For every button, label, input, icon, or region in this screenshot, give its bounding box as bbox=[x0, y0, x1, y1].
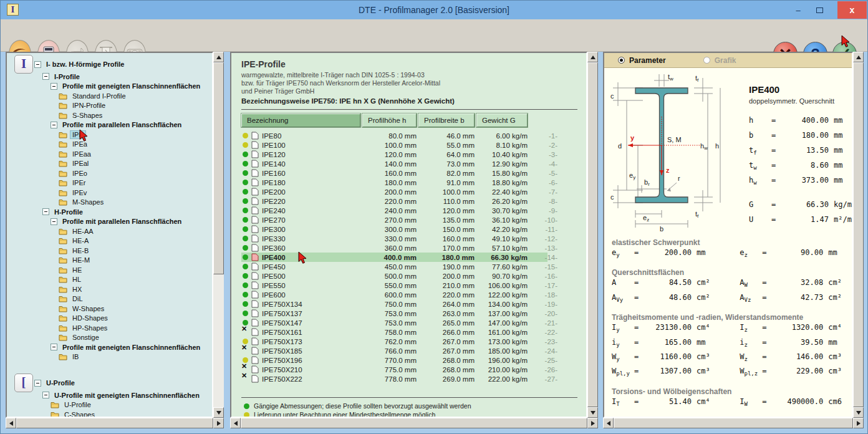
parameter-horizontal-scrollbar[interactable] bbox=[603, 418, 864, 428]
column-header-profilbreite[interactable]: Profilbreite b bbox=[418, 113, 475, 127]
scroll-thumb[interactable] bbox=[853, 62, 864, 407]
profile-row[interactable]: IPE750X173 762.0 mm 267.0 mm 173.00 kg/m… bbox=[241, 337, 577, 346]
tree-item[interactable]: IB bbox=[7, 352, 212, 362]
scroll-up-arrow[interactable] bbox=[587, 52, 598, 62]
profile-row[interactable]: IPE750X161 758.0 mm 266.0 mm 161.00 kg/m… bbox=[241, 327, 577, 337]
profile-row[interactable]: IPE500 500.0 mm 200.0 mm 90.70 kg/m -16- bbox=[241, 271, 577, 281]
scroll-thumb[interactable] bbox=[213, 62, 224, 274]
tree-horizontal-scrollbar[interactable] bbox=[6, 418, 224, 428]
scroll-thumb[interactable] bbox=[587, 62, 598, 407]
tree-item[interactable]: U-Profile mit geneigten Flanschinnenfläc… bbox=[7, 390, 212, 400]
profile-row[interactable]: IPE240 240.0 mm 120.0 mm 30.70 kg/m -9- bbox=[241, 206, 577, 215]
scroll-down-arrow[interactable] bbox=[213, 407, 224, 418]
tree-item[interactable]: IPEa bbox=[7, 140, 212, 150]
tree-item[interactable]: HE-M bbox=[7, 256, 212, 266]
profile-row[interactable]: IPE270 270.0 mm 135.0 mm 36.10 kg/m -10- bbox=[241, 215, 577, 224]
scroll-right-arrow[interactable] bbox=[213, 418, 224, 428]
tree-item[interactable]: Standard I-Profile bbox=[7, 91, 212, 101]
profile-row[interactable]: IPE750X196 770.0 mm 268.0 mm 196.00 kg/m… bbox=[241, 355, 577, 365]
collapse-expander-icon[interactable] bbox=[34, 380, 41, 387]
profile-row[interactable]: IPE140 140.0 mm 73.0 mm 12.90 kg/m -4- bbox=[241, 159, 577, 168]
tree-item[interactable]: [ U-Profile bbox=[7, 375, 212, 390]
tree-item[interactable]: W-Shapes bbox=[7, 304, 212, 314]
profile-row[interactable]: IPE330 330.0 mm 160.0 mm 49.10 kg/m -12- bbox=[241, 234, 577, 243]
column-header-profilhoehe[interactable]: Profilhöhe h bbox=[362, 113, 417, 127]
profile-row[interactable]: IPE120 120.0 mm 64.0 mm 10.40 kg/m -3- bbox=[241, 150, 577, 159]
tree-item[interactable]: IPEr bbox=[7, 178, 212, 188]
profile-row[interactable]: IPE360 360.0 mm 170.0 mm 57.10 kg/m -13- bbox=[241, 243, 577, 253]
collapse-expander-icon[interactable] bbox=[51, 344, 57, 350]
list-vertical-scrollbar[interactable] bbox=[587, 52, 598, 418]
collapse-expander-icon[interactable] bbox=[51, 83, 57, 90]
tree-item[interactable]: IPEal bbox=[7, 159, 212, 169]
profile-row[interactable]: IPE750X222 778.0 mm 269.0 mm 222.00 kg/m… bbox=[241, 374, 577, 383]
profile-row[interactable]: IPE300 300.0 mm 150.0 mm 42.20 kg/m -11- bbox=[241, 224, 577, 234]
tree-item[interactable]: Profile mit parallelen Flanschflächen bbox=[7, 217, 212, 227]
profile-row[interactable]: IPE200 200.0 mm 100.0 mm 22.40 kg/m -7- bbox=[241, 187, 577, 196]
tree-item[interactable]: HE-A bbox=[7, 236, 212, 246]
profile-row[interactable]: IPE750X210 775.0 mm 268.0 mm 210.00 kg/m… bbox=[241, 365, 577, 374]
scroll-left-arrow[interactable] bbox=[603, 418, 614, 428]
tree-item[interactable]: IPEaa bbox=[7, 149, 212, 159]
profile-row[interactable]: IPE750X185 766.0 mm 267.0 mm 185.00 kg/m… bbox=[241, 346, 577, 355]
profile-row[interactable]: IPE750X147 753.0 mm 265.0 mm 147.00 kg/m… bbox=[241, 318, 577, 327]
tree-item[interactable]: HL bbox=[7, 275, 212, 285]
scroll-left-arrow[interactable] bbox=[6, 418, 16, 428]
column-header-gewicht[interactable]: Gewicht G bbox=[476, 113, 528, 127]
tree-item[interactable]: Profile mit geneigten Flanschinnenfläche… bbox=[7, 82, 212, 92]
scroll-thumb[interactable] bbox=[614, 418, 853, 428]
scroll-down-arrow[interactable] bbox=[853, 407, 864, 418]
close-button[interactable]: x bbox=[837, 1, 867, 19]
tree-item[interactable]: HE bbox=[7, 265, 212, 275]
tree-item[interactable]: U-Profile bbox=[7, 400, 212, 410]
collapse-expander-icon[interactable] bbox=[42, 208, 49, 215]
maximize-button[interactable] bbox=[810, 1, 829, 19]
minimize-button[interactable]: – bbox=[789, 1, 808, 19]
list-horizontal-scrollbar[interactable] bbox=[230, 418, 598, 428]
collapse-expander-icon[interactable] bbox=[42, 73, 49, 80]
profile-row[interactable]: IPE400 400.0 mm 180.0 mm 66.30 kg/m -14- bbox=[241, 253, 577, 262]
tree-item[interactable]: M-Shapes bbox=[7, 198, 212, 208]
profile-row[interactable]: IPE750X137 753.0 mm 263.0 mm 137.00 kg/m… bbox=[241, 309, 577, 318]
profile-row[interactable]: IPE750X134 750.0 mm 264.0 mm 134.00 kg/m… bbox=[241, 299, 577, 309]
tree-item[interactable]: C-Shapes bbox=[7, 410, 212, 418]
scroll-thumb[interactable] bbox=[241, 418, 587, 428]
tree-item[interactable]: S-Shapes bbox=[7, 110, 212, 120]
profile-row[interactable]: IPE550 550.0 mm 210.0 mm 106.00 kg/m -17… bbox=[241, 281, 577, 290]
tree-item[interactable]: IPE bbox=[7, 130, 212, 140]
tree-item[interactable]: HE-B bbox=[7, 246, 212, 256]
collapse-expander-icon[interactable] bbox=[51, 122, 57, 128]
tree-item[interactable]: Sonstige bbox=[7, 333, 212, 343]
scroll-up-arrow[interactable] bbox=[213, 52, 224, 62]
tab-parameter-label[interactable]: Parameter bbox=[629, 56, 666, 65]
collapse-expander-icon[interactable] bbox=[34, 61, 41, 68]
column-header-bezeichnung[interactable]: Bezeichnung bbox=[241, 113, 360, 127]
tree-vertical-scrollbar[interactable] bbox=[213, 52, 224, 418]
tree-item[interactable]: DiL bbox=[7, 294, 212, 304]
scroll-left-arrow[interactable] bbox=[230, 418, 241, 428]
profile-row[interactable]: IPE160 160.0 mm 82.0 mm 15.80 kg/m -5- bbox=[241, 168, 577, 178]
profile-row[interactable]: IPE180 180.0 mm 91.0 mm 18.80 kg/m -6- bbox=[241, 178, 577, 187]
tree-item[interactable]: IPEv bbox=[7, 188, 212, 198]
tree-item[interactable]: IPEo bbox=[7, 168, 212, 178]
profile-row[interactable]: IPE450 450.0 mm 190.0 mm 77.60 kg/m -15- bbox=[241, 262, 577, 271]
tree-item[interactable]: HP-Shapes bbox=[7, 323, 212, 333]
parameter-vertical-scrollbar[interactable] bbox=[853, 52, 864, 418]
tree-item[interactable]: H-Profile bbox=[7, 207, 212, 217]
collapse-expander-icon[interactable] bbox=[42, 392, 49, 398]
tree-item[interactable]: I I- bzw. H-förmige Profile bbox=[7, 57, 212, 72]
tree-item[interactable]: HE-AA bbox=[7, 226, 212, 236]
profile-row[interactable]: IPE80 80.0 mm 46.0 mm 6.00 kg/m -1- bbox=[241, 131, 577, 140]
tree-item[interactable]: IPN-Profile bbox=[7, 101, 212, 111]
tree-item[interactable]: Profile mit geneigten Flanschinnenfläche… bbox=[7, 342, 212, 352]
scroll-thumb[interactable] bbox=[16, 418, 213, 428]
profile-row[interactable]: IPE100 100.0 mm 55.0 mm 8.10 kg/m -2- bbox=[241, 140, 577, 150]
tree-item[interactable]: HD-Shapes bbox=[7, 314, 212, 324]
collapse-expander-icon[interactable] bbox=[51, 218, 57, 225]
scroll-right-arrow[interactable] bbox=[587, 418, 598, 428]
tree-item[interactable]: Profile mit parallelen Flanschflächen bbox=[7, 120, 212, 130]
scroll-right-arrow[interactable] bbox=[853, 418, 864, 428]
scroll-down-arrow[interactable] bbox=[587, 407, 598, 418]
tree-item[interactable]: I-Profile bbox=[7, 72, 212, 82]
scroll-up-arrow[interactable] bbox=[853, 52, 864, 62]
